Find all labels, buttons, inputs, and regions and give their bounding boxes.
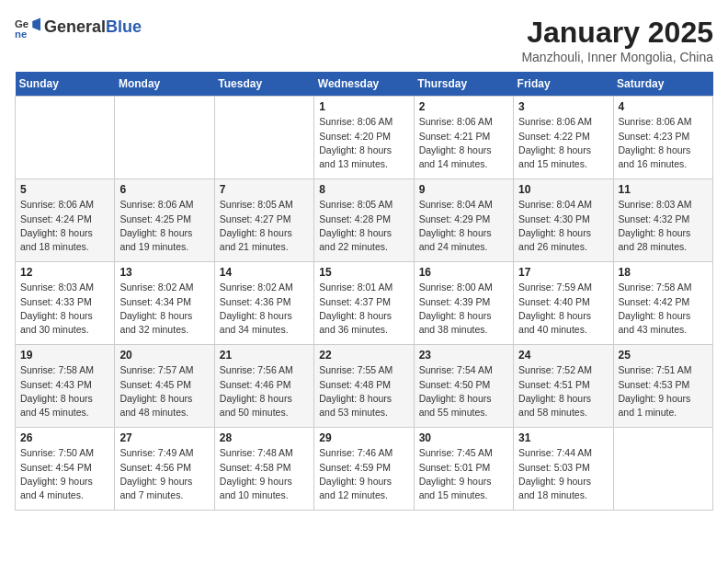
day-number: 20	[119, 349, 209, 362]
day-number: 10	[518, 183, 608, 196]
day-detail: Sunrise: 7:44 AM Sunset: 5:03 PM Dayligh…	[518, 446, 608, 502]
calendar-cell: 5Sunrise: 8:06 AM Sunset: 4:24 PM Daylig…	[16, 179, 115, 262]
day-detail: Sunrise: 8:04 AM Sunset: 4:30 PM Dayligh…	[518, 198, 608, 254]
calendar-cell: 19Sunrise: 7:58 AM Sunset: 4:43 PM Dayli…	[16, 345, 115, 428]
calendar-week-row: 1Sunrise: 8:06 AM Sunset: 4:20 PM Daylig…	[16, 97, 713, 179]
weekday-header-tuesday: Tuesday	[214, 72, 313, 97]
calendar-cell: 20Sunrise: 7:57 AM Sunset: 4:45 PM Dayli…	[115, 345, 214, 428]
calendar-cell	[214, 97, 313, 179]
calendar-cell: 3Sunrise: 8:06 AM Sunset: 4:22 PM Daylig…	[514, 97, 613, 179]
day-detail: Sunrise: 7:49 AM Sunset: 4:56 PM Dayligh…	[119, 446, 209, 502]
calendar-cell: 14Sunrise: 8:02 AM Sunset: 4:36 PM Dayli…	[214, 262, 313, 345]
calendar-cell	[16, 97, 115, 179]
weekday-header-thursday: Thursday	[414, 72, 513, 97]
weekday-header-wednesday: Wednesday	[314, 72, 414, 97]
day-number: 14	[220, 266, 309, 279]
day-detail: Sunrise: 7:57 AM Sunset: 4:45 PM Dayligh…	[119, 363, 209, 419]
day-detail: Sunrise: 8:00 AM Sunset: 4:39 PM Dayligh…	[419, 281, 508, 337]
day-number: 22	[319, 349, 408, 362]
weekday-header-sunday: Sunday	[16, 72, 115, 97]
day-detail: Sunrise: 8:06 AM Sunset: 4:23 PM Dayligh…	[619, 115, 708, 171]
calendar-cell: 6Sunrise: 8:06 AM Sunset: 4:25 PM Daylig…	[115, 179, 214, 262]
calendar-cell: 16Sunrise: 8:00 AM Sunset: 4:39 PM Dayli…	[414, 262, 513, 345]
calendar-week-row: 12Sunrise: 8:03 AM Sunset: 4:33 PM Dayli…	[16, 262, 713, 345]
day-number: 19	[20, 349, 109, 362]
calendar-cell: 8Sunrise: 8:05 AM Sunset: 4:28 PM Daylig…	[314, 179, 414, 262]
weekday-header-row: SundayMondayTuesdayWednesdayThursdayFrid…	[16, 72, 713, 97]
calendar-cell: 25Sunrise: 7:51 AM Sunset: 4:53 PM Dayli…	[613, 345, 712, 428]
calendar-cell: 12Sunrise: 8:03 AM Sunset: 4:33 PM Dayli…	[16, 262, 115, 345]
day-number: 27	[119, 431, 209, 444]
day-detail: Sunrise: 7:58 AM Sunset: 4:42 PM Dayligh…	[619, 281, 708, 337]
weekday-header-friday: Friday	[514, 72, 613, 97]
day-detail: Sunrise: 7:59 AM Sunset: 4:40 PM Dayligh…	[518, 281, 608, 337]
day-detail: Sunrise: 8:06 AM Sunset: 4:22 PM Dayligh…	[518, 115, 608, 171]
calendar-cell: 2Sunrise: 8:06 AM Sunset: 4:21 PM Daylig…	[414, 97, 513, 179]
calendar-cell	[115, 97, 214, 179]
calendar-cell: 7Sunrise: 8:05 AM Sunset: 4:27 PM Daylig…	[214, 179, 313, 262]
day-detail: Sunrise: 8:02 AM Sunset: 4:36 PM Dayligh…	[220, 281, 309, 337]
day-number: 18	[619, 266, 708, 279]
calendar-cell: 22Sunrise: 7:55 AM Sunset: 4:48 PM Dayli…	[314, 345, 414, 428]
svg-marker-2	[32, 18, 40, 31]
day-number: 5	[20, 183, 109, 196]
day-number: 12	[20, 266, 109, 279]
day-number: 16	[419, 266, 508, 279]
day-detail: Sunrise: 8:03 AM Sunset: 4:33 PM Dayligh…	[20, 281, 109, 337]
calendar-cell	[613, 428, 712, 511]
day-number: 15	[319, 266, 408, 279]
calendar-cell: 10Sunrise: 8:04 AM Sunset: 4:30 PM Dayli…	[514, 179, 613, 262]
logo-icon: Ge ne	[15, 15, 40, 40]
day-number: 25	[619, 349, 708, 362]
day-detail: Sunrise: 8:03 AM Sunset: 4:32 PM Dayligh…	[619, 198, 708, 254]
day-detail: Sunrise: 7:55 AM Sunset: 4:48 PM Dayligh…	[319, 363, 408, 419]
day-detail: Sunrise: 8:05 AM Sunset: 4:27 PM Dayligh…	[220, 198, 309, 254]
weekday-header-monday: Monday	[115, 72, 214, 97]
day-detail: Sunrise: 7:48 AM Sunset: 4:58 PM Dayligh…	[220, 446, 309, 502]
day-number: 3	[518, 100, 608, 113]
calendar-table: SundayMondayTuesdayWednesdayThursdayFrid…	[15, 72, 713, 511]
day-detail: Sunrise: 7:50 AM Sunset: 4:54 PM Dayligh…	[20, 446, 109, 502]
calendar-week-row: 26Sunrise: 7:50 AM Sunset: 4:54 PM Dayli…	[16, 428, 713, 511]
calendar-cell: 21Sunrise: 7:56 AM Sunset: 4:46 PM Dayli…	[214, 345, 313, 428]
day-detail: Sunrise: 7:45 AM Sunset: 5:01 PM Dayligh…	[419, 446, 508, 502]
day-number: 11	[619, 183, 708, 196]
calendar-cell: 11Sunrise: 8:03 AM Sunset: 4:32 PM Dayli…	[613, 179, 712, 262]
day-detail: Sunrise: 7:46 AM Sunset: 4:59 PM Dayligh…	[319, 446, 408, 502]
calendar-cell: 15Sunrise: 8:01 AM Sunset: 4:37 PM Dayli…	[314, 262, 414, 345]
day-detail: Sunrise: 8:04 AM Sunset: 4:29 PM Dayligh…	[419, 198, 508, 254]
calendar-cell: 18Sunrise: 7:58 AM Sunset: 4:42 PM Dayli…	[613, 262, 712, 345]
calendar-cell: 28Sunrise: 7:48 AM Sunset: 4:58 PM Dayli…	[214, 428, 313, 511]
day-detail: Sunrise: 8:06 AM Sunset: 4:21 PM Dayligh…	[419, 115, 508, 171]
day-number: 17	[518, 266, 608, 279]
day-number: 8	[319, 183, 408, 196]
calendar-cell: 26Sunrise: 7:50 AM Sunset: 4:54 PM Dayli…	[16, 428, 115, 511]
day-number: 2	[419, 100, 508, 113]
day-detail: Sunrise: 7:58 AM Sunset: 4:43 PM Dayligh…	[20, 363, 109, 419]
day-detail: Sunrise: 7:52 AM Sunset: 4:51 PM Dayligh…	[518, 363, 608, 419]
calendar-week-row: 19Sunrise: 7:58 AM Sunset: 4:43 PM Dayli…	[16, 345, 713, 428]
day-number: 26	[20, 431, 109, 444]
day-number: 23	[419, 349, 508, 362]
calendar-cell: 30Sunrise: 7:45 AM Sunset: 5:01 PM Dayli…	[414, 428, 513, 511]
title-block: January 2025 Manzhouli, Inner Mongolia, …	[521, 15, 713, 64]
day-detail: Sunrise: 7:51 AM Sunset: 4:53 PM Dayligh…	[619, 363, 708, 419]
calendar-cell: 4Sunrise: 8:06 AM Sunset: 4:23 PM Daylig…	[613, 97, 712, 179]
location-subtitle: Manzhouli, Inner Mongolia, China	[521, 50, 713, 64]
day-detail: Sunrise: 8:06 AM Sunset: 4:25 PM Dayligh…	[119, 198, 209, 254]
calendar-cell: 13Sunrise: 8:02 AM Sunset: 4:34 PM Dayli…	[115, 262, 214, 345]
day-number: 13	[119, 266, 209, 279]
day-detail: Sunrise: 7:54 AM Sunset: 4:50 PM Dayligh…	[419, 363, 508, 419]
calendar-cell: 1Sunrise: 8:06 AM Sunset: 4:20 PM Daylig…	[314, 97, 414, 179]
logo-general-text: GeneralBlue	[44, 18, 142, 37]
day-number: 31	[518, 431, 608, 444]
calendar-cell: 24Sunrise: 7:52 AM Sunset: 4:51 PM Dayli…	[514, 345, 613, 428]
page-header: Ge ne GeneralBlue January 2025 Manzhouli…	[15, 15, 713, 64]
weekday-header-saturday: Saturday	[613, 72, 712, 97]
day-number: 7	[220, 183, 309, 196]
day-number: 21	[220, 349, 309, 362]
svg-text:ne: ne	[15, 29, 27, 40]
day-number: 24	[518, 349, 608, 362]
month-title: January 2025	[521, 15, 713, 50]
day-detail: Sunrise: 8:01 AM Sunset: 4:37 PM Dayligh…	[319, 281, 408, 337]
